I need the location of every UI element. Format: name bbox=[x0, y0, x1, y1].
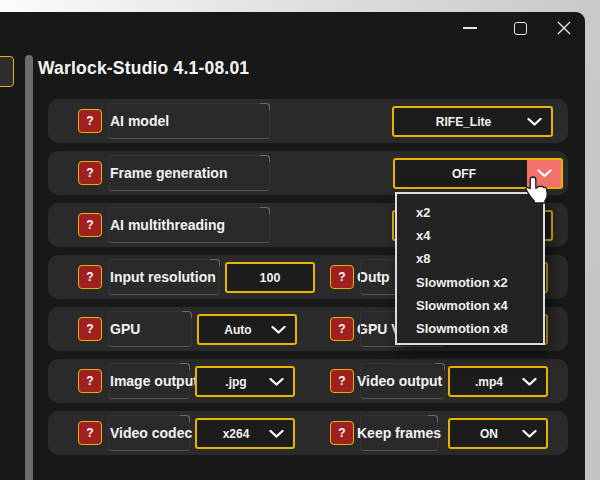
dropdown-arrow-button[interactable] bbox=[527, 160, 561, 187]
setting-label: Keep frames bbox=[357, 411, 441, 455]
gpu-dropdown[interactable]: Auto bbox=[197, 314, 297, 345]
setting-label: AI multithreading bbox=[110, 203, 225, 247]
close-button[interactable] bbox=[551, 17, 577, 39]
frame-generation-dropdown[interactable]: OFF bbox=[393, 158, 563, 189]
video-codec-dropdown[interactable]: x264 bbox=[195, 418, 295, 449]
dropdown-option-slowmotion-x8[interactable]: Slowmotion x8 bbox=[397, 317, 543, 340]
setting-label: Video codec bbox=[110, 411, 192, 455]
ai-model-dropdown[interactable]: RIFE_Lite bbox=[392, 106, 553, 137]
help-button-input-resolution[interactable]: ? bbox=[78, 265, 102, 289]
setting-label: Input resolution bbox=[110, 255, 216, 299]
setting-label: Video output bbox=[357, 359, 442, 403]
video-output-dropdown[interactable]: .mp4 bbox=[448, 366, 548, 397]
setting-label: AI model bbox=[110, 99, 169, 143]
image-output-dropdown[interactable]: .jpg bbox=[195, 366, 295, 397]
chevron-down-icon bbox=[522, 377, 537, 386]
dropdown-option-x4[interactable]: x4 bbox=[397, 224, 543, 247]
page-title: Warlock-Studio 4.1-08.01 bbox=[38, 58, 249, 79]
setting-label: Image output bbox=[110, 359, 198, 403]
help-button-video-codec[interactable]: ? bbox=[78, 421, 102, 445]
chevron-down-icon bbox=[537, 169, 552, 178]
minimize-icon bbox=[463, 27, 477, 29]
keep-frames-dropdown[interactable]: ON bbox=[448, 418, 548, 449]
chevron-down-icon bbox=[271, 325, 286, 334]
settings-row-video-codec: ? Video codec x264 ? Keep frames ON bbox=[48, 411, 568, 455]
frame-generation-menu: x2 x4 x8 Slowmotion x2 Slowmotion x4 Slo… bbox=[395, 192, 545, 345]
help-button-image-output[interactable]: ? bbox=[78, 369, 102, 393]
chevron-down-icon bbox=[269, 377, 284, 386]
maximize-button[interactable] bbox=[507, 17, 533, 39]
screen: Warlock-Studio 4.1-08.01 ? AI model RIFE… bbox=[0, 0, 600, 480]
setting-label: GPU bbox=[110, 307, 140, 351]
settings-row-image-output: ? Image output .jpg ? Video output .mp4 bbox=[48, 359, 568, 403]
settings-row-frame-generation: ? Frame generation OFF bbox=[48, 151, 568, 195]
dropdown-option-slowmotion-x4[interactable]: Slowmotion x4 bbox=[397, 294, 543, 317]
close-icon bbox=[557, 21, 571, 35]
input-resolution-field[interactable] bbox=[227, 271, 313, 285]
help-button-frame-generation[interactable]: ? bbox=[78, 161, 102, 185]
setting-label: Frame generation bbox=[110, 151, 227, 195]
input-resolution-field-wrap bbox=[225, 262, 315, 293]
chevron-down-icon bbox=[269, 429, 284, 438]
help-button-keep-frames[interactable]: ? bbox=[330, 421, 354, 445]
chevron-down-icon bbox=[522, 429, 537, 438]
dropdown-option-slowmotion-x2[interactable]: Slowmotion x2 bbox=[397, 271, 543, 294]
help-button-ai-multithreading[interactable]: ? bbox=[78, 213, 102, 237]
partial-sidebar-widget[interactable] bbox=[0, 56, 14, 87]
help-button-gpu[interactable]: ? bbox=[78, 317, 102, 341]
chevron-down-icon bbox=[527, 117, 542, 126]
help-button-gpu-vram[interactable]: ? bbox=[330, 317, 354, 341]
dropdown-option-x2[interactable]: x2 bbox=[397, 201, 543, 224]
minimize-button[interactable] bbox=[457, 17, 483, 39]
settings-row-ai-model: ? AI model RIFE_Lite bbox=[48, 99, 568, 143]
help-button-output-resolution[interactable]: ? bbox=[330, 265, 354, 289]
help-button-ai-model[interactable]: ? bbox=[78, 109, 102, 133]
vertical-scrollbar[interactable] bbox=[25, 55, 33, 480]
help-button-video-output[interactable]: ? bbox=[330, 369, 354, 393]
maximize-icon bbox=[514, 22, 527, 35]
dropdown-option-x8[interactable]: x8 bbox=[397, 247, 543, 270]
